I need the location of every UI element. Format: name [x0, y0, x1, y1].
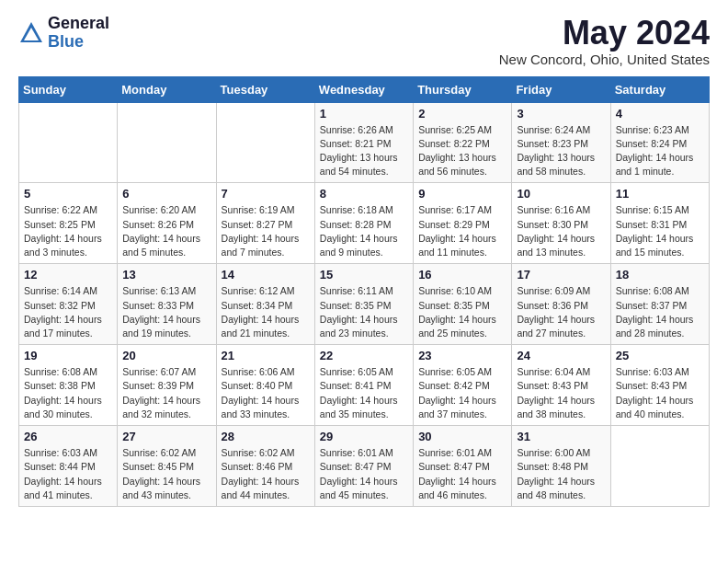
header-day-tuesday: Tuesday [216, 76, 314, 102]
calendar-cell: 15Sunrise: 6:11 AMSunset: 8:35 PMDayligh… [314, 264, 413, 345]
day-number: 23 [418, 349, 506, 362]
day-number: 7 [222, 187, 310, 201]
cell-info: Sunrise: 6:11 AMSunset: 8:35 PMDaylight:… [320, 284, 408, 340]
day-number: 11 [616, 187, 704, 201]
header-row: SundayMondayTuesdayWednesdayThursdayFrid… [19, 76, 710, 102]
calendar-cell: 14Sunrise: 6:12 AMSunset: 8:34 PMDayligh… [216, 264, 314, 345]
cell-info: Sunrise: 6:20 AMSunset: 8:26 PMDaylight:… [122, 203, 210, 259]
cell-info: Sunrise: 6:19 AMSunset: 8:27 PMDaylight:… [222, 203, 310, 259]
cell-info: Sunrise: 6:09 AMSunset: 8:36 PMDaylight:… [517, 284, 605, 340]
cell-info: Sunrise: 6:08 AMSunset: 8:38 PMDaylight:… [24, 365, 112, 421]
month-title: May 2024 [499, 15, 710, 52]
day-number: 30 [418, 430, 506, 443]
cell-info: Sunrise: 6:02 AMSunset: 8:45 PMDaylight:… [122, 446, 210, 502]
calendar-cell: 19Sunrise: 6:08 AMSunset: 8:38 PMDayligh… [19, 345, 118, 426]
cell-info: Sunrise: 6:04 AMSunset: 8:43 PMDaylight:… [517, 365, 605, 421]
week-row-5: 26Sunrise: 6:03 AMSunset: 8:44 PMDayligh… [19, 426, 710, 507]
calendar-cell: 25Sunrise: 6:03 AMSunset: 8:43 PMDayligh… [610, 345, 709, 426]
calendar-cell: 12Sunrise: 6:14 AMSunset: 8:32 PMDayligh… [19, 264, 118, 345]
calendar-cell: 23Sunrise: 6:05 AMSunset: 8:42 PMDayligh… [414, 345, 512, 426]
cell-info: Sunrise: 6:16 AMSunset: 8:30 PMDaylight:… [517, 203, 605, 259]
day-number: 12 [24, 268, 112, 282]
cell-info: Sunrise: 6:03 AMSunset: 8:44 PMDaylight:… [24, 446, 112, 502]
calendar-cell [118, 102, 216, 183]
calendar-cell: 28Sunrise: 6:02 AMSunset: 8:46 PMDayligh… [216, 426, 314, 507]
location-title: New Concord, Ohio, United States [499, 52, 710, 67]
calendar-cell: 16Sunrise: 6:10 AMSunset: 8:35 PMDayligh… [414, 264, 512, 345]
calendar-cell [19, 102, 118, 183]
calendar-cell: 29Sunrise: 6:01 AMSunset: 8:47 PMDayligh… [314, 426, 413, 507]
day-number: 27 [122, 430, 210, 443]
cell-info: Sunrise: 6:05 AMSunset: 8:42 PMDaylight:… [418, 365, 506, 421]
header-day-thursday: Thursday [414, 76, 512, 102]
logo-general: General [48, 15, 109, 33]
day-number: 25 [616, 349, 704, 362]
cell-info: Sunrise: 6:24 AMSunset: 8:23 PMDaylight:… [517, 123, 605, 179]
cell-info: Sunrise: 6:25 AMSunset: 8:22 PMDaylight:… [418, 123, 506, 179]
day-number: 19 [24, 349, 112, 362]
calendar-cell: 2Sunrise: 6:25 AMSunset: 8:22 PMDaylight… [414, 102, 512, 183]
calendar-cell: 24Sunrise: 6:04 AMSunset: 8:43 PMDayligh… [512, 345, 610, 426]
calendar-cell: 22Sunrise: 6:05 AMSunset: 8:41 PMDayligh… [314, 345, 413, 426]
logo-text: General Blue [48, 15, 109, 52]
calendar-cell: 20Sunrise: 6:07 AMSunset: 8:39 PMDayligh… [118, 345, 216, 426]
day-number: 21 [222, 349, 310, 362]
day-number: 10 [517, 187, 605, 201]
logo: General Blue [18, 15, 109, 52]
calendar-cell: 7Sunrise: 6:19 AMSunset: 8:27 PMDaylight… [216, 183, 314, 264]
day-number: 26 [24, 430, 112, 443]
logo-icon [18, 20, 44, 46]
day-number: 8 [320, 187, 408, 201]
calendar-table: SundayMondayTuesdayWednesdayThursdayFrid… [18, 76, 710, 507]
cell-info: Sunrise: 6:12 AMSunset: 8:34 PMDaylight:… [222, 284, 310, 340]
day-number: 20 [122, 349, 210, 362]
cell-info: Sunrise: 6:05 AMSunset: 8:41 PMDaylight:… [320, 365, 408, 421]
week-row-3: 12Sunrise: 6:14 AMSunset: 8:32 PMDayligh… [19, 264, 710, 345]
calendar-cell: 4Sunrise: 6:23 AMSunset: 8:24 PMDaylight… [610, 102, 709, 183]
day-number: 1 [320, 107, 408, 121]
day-number: 31 [517, 430, 605, 443]
calendar-cell [610, 426, 709, 507]
cell-info: Sunrise: 6:06 AMSunset: 8:40 PMDaylight:… [222, 365, 310, 421]
calendar-cell: 13Sunrise: 6:13 AMSunset: 8:33 PMDayligh… [118, 264, 216, 345]
cell-info: Sunrise: 6:03 AMSunset: 8:43 PMDaylight:… [616, 365, 704, 421]
logo-blue: Blue [48, 33, 109, 52]
calendar-cell: 3Sunrise: 6:24 AMSunset: 8:23 PMDaylight… [512, 102, 610, 183]
week-row-2: 5Sunrise: 6:22 AMSunset: 8:25 PMDaylight… [19, 183, 710, 264]
day-number: 17 [517, 268, 605, 282]
cell-info: Sunrise: 6:14 AMSunset: 8:32 PMDaylight:… [24, 284, 112, 340]
day-number: 14 [222, 268, 310, 282]
day-number: 2 [418, 107, 506, 121]
cell-info: Sunrise: 6:08 AMSunset: 8:37 PMDaylight:… [616, 284, 704, 340]
calendar-cell: 30Sunrise: 6:01 AMSunset: 8:47 PMDayligh… [414, 426, 512, 507]
header-day-saturday: Saturday [610, 76, 709, 102]
calendar-cell: 31Sunrise: 6:00 AMSunset: 8:48 PMDayligh… [512, 426, 610, 507]
header-day-wednesday: Wednesday [314, 76, 413, 102]
day-number: 24 [517, 349, 605, 362]
calendar-cell [216, 102, 314, 183]
header-day-sunday: Sunday [19, 76, 118, 102]
day-number: 13 [122, 268, 210, 282]
calendar-cell: 1Sunrise: 6:26 AMSunset: 8:21 PMDaylight… [314, 102, 413, 183]
cell-info: Sunrise: 6:26 AMSunset: 8:21 PMDaylight:… [320, 123, 408, 179]
cell-info: Sunrise: 6:18 AMSunset: 8:28 PMDaylight:… [320, 203, 408, 259]
cell-info: Sunrise: 6:01 AMSunset: 8:47 PMDaylight:… [320, 446, 408, 502]
page-header: General Blue May 2024 New Concord, Ohio,… [18, 15, 710, 67]
day-number: 18 [616, 268, 704, 282]
calendar-cell: 8Sunrise: 6:18 AMSunset: 8:28 PMDaylight… [314, 183, 413, 264]
day-number: 15 [320, 268, 408, 282]
calendar-cell: 18Sunrise: 6:08 AMSunset: 8:37 PMDayligh… [610, 264, 709, 345]
calendar-cell: 10Sunrise: 6:16 AMSunset: 8:30 PMDayligh… [512, 183, 610, 264]
calendar-cell: 6Sunrise: 6:20 AMSunset: 8:26 PMDaylight… [118, 183, 216, 264]
header-day-monday: Monday [118, 76, 216, 102]
day-number: 29 [320, 430, 408, 443]
calendar-cell: 21Sunrise: 6:06 AMSunset: 8:40 PMDayligh… [216, 345, 314, 426]
calendar-cell: 26Sunrise: 6:03 AMSunset: 8:44 PMDayligh… [19, 426, 118, 507]
cell-info: Sunrise: 6:23 AMSunset: 8:24 PMDaylight:… [616, 123, 704, 179]
cell-info: Sunrise: 6:00 AMSunset: 8:48 PMDaylight:… [517, 446, 605, 502]
cell-info: Sunrise: 6:15 AMSunset: 8:31 PMDaylight:… [616, 203, 704, 259]
cell-info: Sunrise: 6:22 AMSunset: 8:25 PMDaylight:… [24, 203, 112, 259]
cell-info: Sunrise: 6:17 AMSunset: 8:29 PMDaylight:… [418, 203, 506, 259]
cell-info: Sunrise: 6:13 AMSunset: 8:33 PMDaylight:… [122, 284, 210, 340]
day-number: 22 [320, 349, 408, 362]
